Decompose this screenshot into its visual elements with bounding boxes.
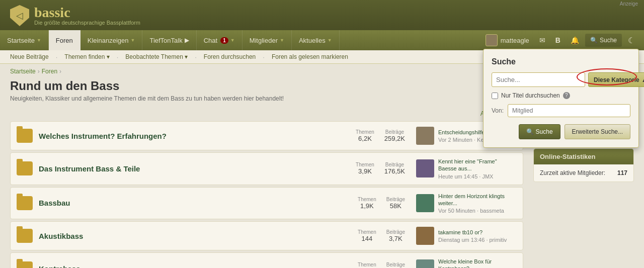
nav-mitglieder[interactable]: Mitglieder ▼: [243, 30, 292, 50]
search-dropdown-title: Suche: [492, 57, 630, 66]
checkbox-row: Nur Titel durchsuchen ?: [492, 92, 630, 99]
forum-stats: Themen 6,2K Beiträge 259,2K: [356, 129, 405, 142]
search-button[interactable]: 🔍 Suche: [519, 124, 560, 139]
nav-tieftontalk-play-icon: ▶: [185, 37, 189, 44]
von-label: Von:: [492, 107, 504, 114]
themen-label: Themen: [356, 129, 374, 135]
online-label: Zurzeit aktive Mitglieder:: [540, 169, 605, 176]
nav-user[interactable]: matteagle: [481, 34, 533, 46]
forum-stats: Themen 3,9K Beiträge 176,5K: [356, 162, 405, 175]
folder-icon: [17, 229, 33, 243]
latest-post: Kennt hier eine "Frame" Baesse aus... He…: [416, 158, 517, 180]
forum-row: Kontrabass Themen 654 Beiträge 14,5K Wel…: [10, 252, 523, 268]
latest-post: Hinter dem Horizont klingts weiter... Vo…: [416, 193, 517, 214]
search-scope-label: Diese Kategorie: [594, 76, 639, 83]
forum-stats: Themen 144 Beiträge 3,7K: [358, 229, 405, 242]
search-input[interactable]: [492, 72, 585, 87]
forum-name[interactable]: Welches Instrument? Erfahrungen?: [39, 132, 350, 140]
nav-night-icon[interactable]: ☾: [624, 33, 639, 48]
nav-foren[interactable]: Foren: [49, 30, 80, 50]
nav-right: matteagle ✉ B 🔔 🔍 Suche ☾: [476, 33, 644, 48]
nav-chat-label: Chat: [204, 37, 217, 44]
als-gelesen-bar[interactable]: Als gelesen m...: [10, 108, 523, 121]
nur-titel-checkbox[interactable]: [492, 93, 498, 99]
online-stats-title: Online-Statistiken: [534, 149, 633, 164]
post-title[interactable]: Kennt hier eine "Frame" Baesse aus...: [438, 158, 517, 172]
forum-name[interactable]: Akustikbass: [39, 232, 352, 240]
folder-icon: [17, 261, 33, 268]
post-title[interactable]: Hinter dem Horizont klingts weiter...: [438, 193, 517, 207]
breadcrumb-foren[interactable]: Foren: [42, 68, 57, 75]
von-input[interactable]: [508, 104, 630, 117]
themen-label: Themen: [358, 197, 376, 202]
logo-area: bassic Die größte deutschsprachige Bassp…: [10, 5, 140, 26]
beitraege-stat: Beiträge 14,5K: [386, 262, 405, 268]
themen-value: 3,9K: [356, 167, 374, 175]
forum-name[interactable]: Bassbau: [39, 199, 352, 207]
search-btn-icon: 🔍: [526, 128, 534, 135]
themen-stat: Themen 144: [358, 229, 376, 242]
forum-info: Akustikbass: [39, 232, 352, 240]
sub-themen-finden[interactable]: Themen finden ▾: [59, 50, 114, 63]
search-dropdown: Suche Diese Kategorie ▲ Nur Titel durchs…: [483, 49, 639, 148]
nav-mitglieder-label: Mitglieder: [250, 37, 278, 44]
nav-chat[interactable]: Chat 1 ▼: [197, 30, 243, 50]
help-icon[interactable]: ?: [563, 92, 570, 99]
breadcrumb-startseite[interactable]: Startseite: [10, 68, 36, 75]
themen-value: 6,2K: [356, 135, 374, 142]
search-icon: 🔍: [590, 37, 598, 44]
beitraege-stat: Beiträge 3,7K: [386, 229, 405, 242]
nav-tieftontalk[interactable]: TiefTonTalk ▶: [142, 30, 196, 50]
sub-neue-beitraege[interactable]: Neue Beiträge: [5, 50, 54, 63]
logo-text: bassic Die größte deutschsprachige Bassp…: [34, 6, 140, 26]
post-meta: Dienstag um 13:46 · primitiv: [438, 237, 507, 243]
breadcrumb-sep2: ›: [59, 68, 61, 75]
themen-stat: Themen 654: [358, 262, 376, 268]
forum-info: Kontrabass: [39, 264, 352, 268]
nur-titel-label: Nur Titel durchsuchen: [501, 92, 560, 99]
nav-search-button[interactable]: 🔍 Suche: [585, 34, 622, 47]
online-value: 117: [617, 169, 627, 176]
beitraege-value: 3,7K: [386, 235, 405, 242]
nav-kleinanzeigen-label: Kleinanzeigen: [88, 37, 129, 44]
themen-value: 144: [358, 235, 376, 242]
beitraege-label: Beiträge: [386, 262, 405, 267]
beitraege-label: Beiträge: [384, 162, 405, 167]
forum-name[interactable]: Kontrabass: [39, 264, 352, 268]
nav-username: matteagle: [501, 37, 529, 44]
sub-beobachtete-themen[interactable]: Beobachtete Themen ▾: [120, 50, 193, 63]
nav-aktuelles[interactable]: Aktuelles ▼: [292, 30, 340, 50]
post-info: Kennt hier eine "Frame" Baesse aus... He…: [438, 158, 517, 180]
beitraege-label: Beiträge: [386, 197, 405, 202]
nav-kleinanzeigen[interactable]: Kleinanzeigen ▼: [80, 30, 143, 50]
nav-startseite[interactable]: Startseite ▼: [0, 30, 49, 50]
nav-mail-icon[interactable]: ✉: [535, 33, 549, 47]
post-info: Welche kleine Box für Kontrabass? Heute …: [438, 258, 517, 268]
beitraege-value: 176,5K: [384, 167, 405, 175]
nav-bell-icon[interactable]: 🔔: [567, 33, 583, 47]
sub-foren-durchsuchen[interactable]: Foren durchsuchen: [199, 50, 261, 63]
navbar: Startseite ▼ Foren Kleinanzeigen ▼ TiefT…: [0, 30, 644, 50]
post-thumbnail: [416, 259, 434, 268]
forum-name[interactable]: Das Instrument Bass & Teile: [39, 164, 350, 173]
forum-row: Bassbau Themen 1,9K Beiträge 58K Hinter …: [10, 187, 523, 220]
themen-label: Themen: [358, 229, 376, 235]
beitraege-stat: Beiträge 58K: [386, 197, 405, 210]
forum-row: Das Instrument Bass & Teile Themen 3,9K …: [10, 152, 523, 185]
post-info: Hinter dem Horizont klingts weiter... Vo…: [438, 193, 517, 214]
post-title[interactable]: takamine tb10 or?: [438, 229, 507, 236]
search-buttons: 🔍 Suche Erweiterte Suche...: [492, 124, 630, 139]
nav-bold-icon[interactable]: B: [551, 33, 565, 47]
beitraege-value: 58K: [386, 202, 405, 210]
beitraege-label: Beiträge: [386, 229, 405, 235]
folder-icon: [17, 129, 33, 143]
search-scope-button[interactable]: Diese Kategorie ▲: [588, 72, 644, 87]
logo-shield-icon: [10, 5, 29, 26]
sub-foren-gelesen[interactable]: Foren als gelesen markieren: [267, 50, 353, 63]
post-title[interactable]: Welche kleine Box für Kontrabass?: [438, 258, 517, 268]
nav-chat-chevron: ▼: [230, 38, 235, 43]
post-meta: Heute um 14:45 · JMX: [438, 173, 517, 180]
post-thumbnail: [416, 159, 434, 177]
post-thumbnail: [416, 127, 434, 145]
erweiterte-suche-button[interactable]: Erweiterte Suche...: [565, 124, 630, 139]
